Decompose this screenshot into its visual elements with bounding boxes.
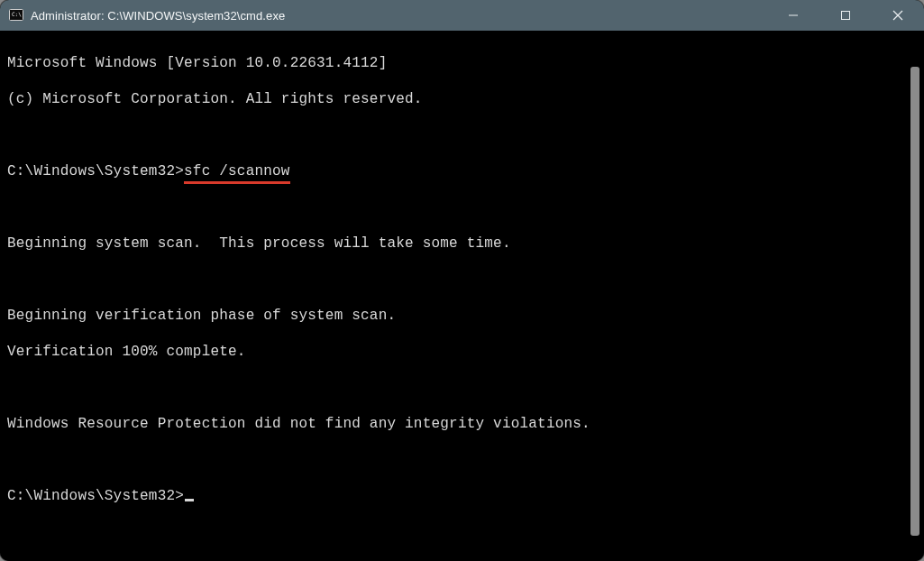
command-typed: sfc /scannow: [184, 162, 290, 184]
scrollbar-thumb[interactable]: [910, 67, 919, 536]
text-cursor: [185, 499, 194, 501]
prompt-path: C:\Windows\System32>: [7, 488, 184, 504]
svg-rect-2: [789, 15, 798, 16]
svg-text:C:\: C:\: [12, 11, 22, 17]
prompt-path: C:\Windows\System32>: [7, 163, 184, 179]
copyright-line: (c) Microsoft Corporation. All rights re…: [7, 91, 423, 107]
svg-rect-3: [842, 12, 850, 20]
output-line: Windows Resource Protection did not find…: [7, 416, 590, 432]
terminal-client-area: Microsoft Windows [Version 10.0.22631.41…: [0, 31, 924, 561]
titlebar[interactable]: C:\ Administrator: C:\WINDOWS\system32\c…: [0, 0, 924, 31]
terminal-output[interactable]: Microsoft Windows [Version 10.0.22631.41…: [7, 36, 904, 554]
output-line: Beginning verification phase of system s…: [7, 308, 396, 324]
output-line: Verification 100% complete.: [7, 344, 246, 360]
scrollbar[interactable]: [909, 67, 921, 554]
window-title: Administrator: C:\WINDOWS\system32\cmd.e…: [31, 9, 285, 23]
close-button[interactable]: [872, 0, 924, 31]
output-line: Beginning system scan. This process will…: [7, 235, 511, 252]
window-controls: [767, 0, 924, 31]
version-line: Microsoft Windows [Version 10.0.22631.41…: [7, 55, 387, 71]
cmd-window: C:\ Administrator: C:\WINDOWS\system32\c…: [0, 0, 924, 561]
cmd-icon: C:\: [9, 8, 23, 23]
minimize-button[interactable]: [767, 0, 819, 31]
maximize-button[interactable]: [819, 0, 872, 31]
